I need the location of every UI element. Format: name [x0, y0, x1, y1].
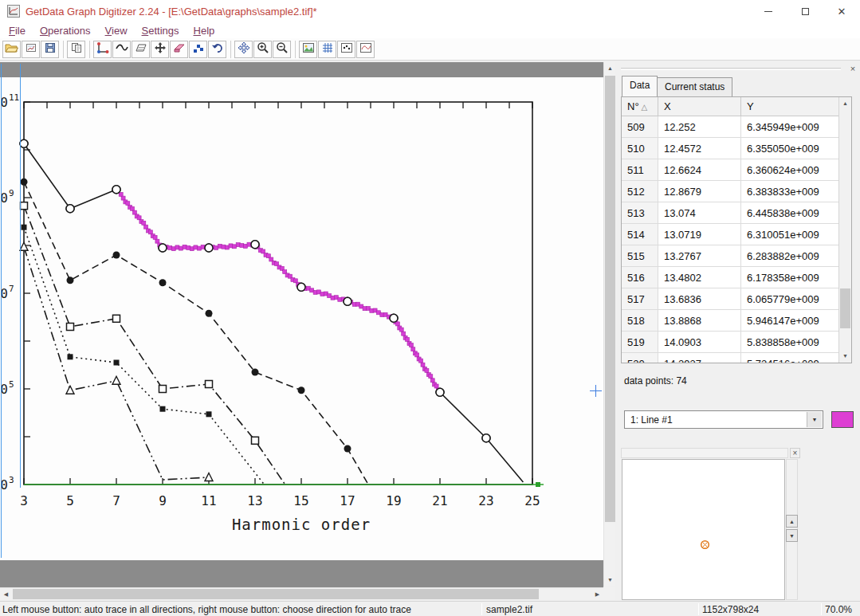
zoom-scroll-up-button[interactable]: ▲ — [786, 515, 798, 528]
column-x-label: X — [664, 100, 671, 112]
vertical-scrollbar[interactable]: ▲ ▼ — [603, 62, 615, 587]
table-row[interactable]: 51313.0746.445838e+009 — [622, 202, 840, 224]
y-axis-calibration-line[interactable] — [20, 64, 21, 488]
row-number: 510 — [622, 138, 658, 159]
scroll-left-button[interactable]: ◀ — [0, 588, 12, 600]
table-scrollbar[interactable]: ▲ ▼ — [838, 97, 851, 363]
horizontal-scroll-thumb[interactable] — [13, 589, 539, 599]
toolbar-button-zoom-out[interactable] — [273, 41, 291, 58]
toolbar-button-set-scale[interactable] — [93, 41, 112, 58]
y-value: 6.355050e+009 — [741, 138, 840, 159]
zoom-preview-canvas[interactable] — [622, 459, 785, 600]
table-row[interactable]: 51613.48026.178358e+009 — [622, 267, 840, 288]
toolbar-button-toggle-grid[interactable] — [318, 41, 336, 58]
vertical-scroll-thumb[interactable] — [605, 76, 615, 522]
data-table: N°△ X Y 50912.2526.345949e+00951012.4572… — [621, 96, 852, 363]
svg-text:15: 15 — [293, 493, 308, 508]
tab-data-label: Data — [630, 80, 650, 91]
y-value: 5.838858e+009 — [741, 332, 840, 353]
table-scroll-up-button[interactable]: ▲ — [839, 97, 851, 109]
table-row[interactable]: 52014.29375.724516e+009 — [622, 353, 840, 363]
toolbar-button-auto-trace[interactable] — [112, 41, 131, 58]
tab-current-status[interactable]: Current status — [657, 77, 732, 96]
zoom-scroll-down-button[interactable]: ▼ — [786, 529, 798, 542]
toolbar-button-copy[interactable] — [67, 41, 85, 58]
tab-data[interactable]: Data — [622, 76, 658, 96]
toolbar-button-pan[interactable] — [234, 41, 253, 58]
toolbar-button-eraser[interactable] — [170, 41, 188, 58]
toolbar-button-toggle-points-panel[interactable] — [337, 41, 355, 58]
row-number: 517 — [622, 288, 658, 310]
table-scroll-thumb[interactable] — [840, 288, 850, 328]
horizontal-scrollbar[interactable]: ◀ ▶ — [0, 587, 603, 599]
edit-points-icon — [192, 41, 205, 57]
status-hint: Left mouse button: auto trace in all dir… — [2, 604, 479, 615]
tab-status-label: Current status — [665, 81, 725, 92]
table-row[interactable]: 51413.07196.310051e+009 — [622, 224, 840, 245]
menu-help[interactable]: Help — [187, 24, 222, 37]
row-number: 516 — [622, 267, 658, 288]
menu-file[interactable]: File — [2, 24, 33, 37]
scroll-left-icon: ◀ — [4, 591, 8, 598]
close-icon: ✕ — [838, 6, 846, 18]
panel-close-button[interactable]: × — [847, 63, 858, 74]
window-title: GetData Graph Digitizer 2.24 - [E:\GetDa… — [26, 6, 317, 18]
minimize-button[interactable] — [750, 0, 787, 22]
scrollbar-corner — [603, 587, 615, 599]
scroll-up-button[interactable]: ▲ — [604, 62, 616, 74]
toolbar-button-toggle-image[interactable] — [299, 41, 317, 58]
toolbar-button-area-select[interactable] — [132, 41, 150, 58]
data-panel: × Data Current status N°△ X Y 50912.2526… — [618, 62, 860, 601]
y-value: 6.310051e+009 — [741, 224, 840, 245]
toolbar-button-open-file[interactable] — [2, 41, 21, 58]
row-number: 515 — [622, 245, 658, 267]
toolbar-button-save[interactable] — [41, 41, 59, 58]
scroll-right-button[interactable]: ▶ — [591, 588, 603, 600]
column-header-number[interactable]: N°△ — [622, 97, 658, 116]
maximize-button[interactable] — [787, 0, 823, 22]
table-row[interactable]: 51513.27676.283882e+009 — [622, 245, 840, 267]
column-header-y[interactable]: Y — [741, 97, 840, 116]
y-value: 6.178358e+009 — [741, 267, 840, 288]
row-number: 513 — [622, 202, 658, 224]
table-row[interactable]: 51713.68366.065779e+009 — [622, 288, 840, 310]
y-axis-calibration-line-2[interactable] — [1, 64, 2, 558]
toolbar-button-toggle-zoom-panel[interactable] — [356, 41, 375, 58]
toolbar-button-move-image[interactable] — [151, 41, 169, 58]
svg-text:7: 7 — [9, 284, 14, 294]
line-selector-dropdown[interactable]: 1: Line #1 ▼ — [624, 410, 823, 429]
dropdown-arrow-button[interactable]: ▼ — [807, 412, 822, 427]
column-number-label: N° — [627, 100, 639, 112]
toolbar-button-undo[interactable] — [208, 41, 226, 58]
table-row[interactable]: 51112.66246.360624e+009 — [622, 159, 840, 181]
zoom-scroll-down-icon: ▼ — [789, 533, 795, 539]
table-row[interactable]: 51813.88685.946147e+009 — [622, 310, 840, 332]
zoom-panel-close-button[interactable]: × — [790, 448, 800, 458]
pan-icon — [238, 41, 250, 57]
status-bar: Left mouse button: auto trace in all dir… — [0, 601, 860, 616]
menu-operations[interactable]: Operations — [33, 24, 98, 37]
menu-view[interactable]: View — [98, 24, 135, 37]
move-image-icon — [154, 41, 167, 57]
table-row[interactable]: 51012.45726.355050e+009 — [622, 138, 840, 159]
table-scroll-down-button[interactable]: ▼ — [839, 350, 851, 362]
toolbar-button-open-project[interactable] — [22, 41, 40, 58]
menu-settings[interactable]: Settings — [135, 24, 187, 37]
eraser-icon — [173, 41, 186, 57]
y-value: 6.383833e+009 — [741, 181, 840, 202]
table-row[interactable]: 50912.2526.345949e+009 — [622, 116, 840, 138]
table-row[interactable]: 51914.09035.838858e+009 — [622, 332, 840, 353]
close-button[interactable]: ✕ — [823, 0, 860, 22]
image-canvas[interactable]: 357911131517192123251031051071091011Harm… — [0, 77, 603, 560]
scroll-down-button[interactable]: ▼ — [604, 574, 616, 586]
maximize-icon — [802, 8, 809, 15]
table-row[interactable]: 51212.86796.383833e+009 — [622, 181, 840, 202]
panel-grip[interactable] — [621, 68, 841, 70]
svg-text:7: 7 — [112, 493, 120, 508]
toolbar-button-edit-points[interactable] — [189, 41, 207, 58]
line-color-swatch[interactable] — [831, 411, 854, 428]
column-header-x[interactable]: X — [658, 97, 741, 116]
toolbar-button-zoom-in[interactable] — [253, 41, 272, 58]
digitized-chart[interactable]: 357911131517192123251031051071091011Harm… — [0, 77, 603, 560]
status-image-size: 1152x798x24 — [702, 604, 759, 615]
